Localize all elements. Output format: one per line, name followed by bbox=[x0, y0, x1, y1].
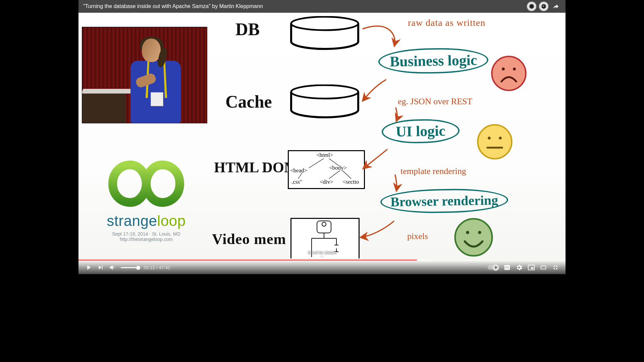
fullscreen-exit-button[interactable] bbox=[549, 261, 561, 274]
captions-button[interactable] bbox=[501, 261, 513, 274]
watch-later-icon[interactable] bbox=[539, 1, 549, 11]
flow-arrows bbox=[78, 0, 566, 274]
miniplayer-button[interactable] bbox=[525, 261, 537, 274]
video-title: "Turning the database inside out with Ap… bbox=[83, 3, 263, 9]
player-controls: 33:12 / 47:42 bbox=[78, 261, 566, 274]
play-button[interactable] bbox=[83, 261, 95, 274]
share-icon[interactable] bbox=[551, 1, 561, 11]
autoplay-toggle[interactable] bbox=[488, 265, 498, 270]
next-button[interactable] bbox=[95, 261, 107, 274]
mute-button[interactable] bbox=[107, 261, 119, 274]
info-icon[interactable] bbox=[527, 1, 537, 11]
video-title-bar: "Turning the database inside out with Ap… bbox=[78, 0, 566, 13]
settings-button[interactable] bbox=[513, 261, 525, 274]
volume-slider[interactable] bbox=[121, 267, 138, 268]
current-time: 33:12 bbox=[144, 265, 155, 270]
slide-canvas: strangeloop Sept 17-19, 2014 · St. Louis… bbox=[78, 0, 566, 274]
total-duration: 47:42 bbox=[159, 265, 170, 270]
theater-button[interactable] bbox=[537, 261, 549, 274]
time-display: 33:12 / 47:42 bbox=[144, 265, 170, 270]
